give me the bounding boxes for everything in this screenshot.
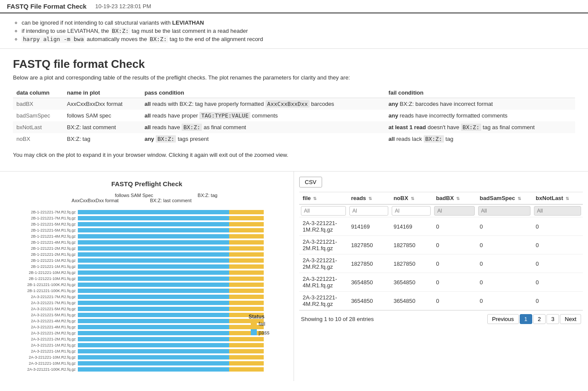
filter-file[interactable]: [301, 206, 346, 216]
col-header-fail: fail condition: [385, 88, 575, 98]
col-header-data: data column: [13, 88, 64, 98]
svg-rect-40: [78, 258, 229, 263]
page-2-button[interactable]: 2: [533, 314, 546, 324]
table-row: 2A-3-221221-4M.R1.fq.gz 3654850 3654850 …: [299, 273, 583, 292]
svg-text:pass: pass: [259, 330, 269, 336]
cell-bxNotLast: 0: [532, 254, 583, 273]
svg-rect-63: [229, 228, 264, 232]
svg-rect-72: [229, 283, 264, 287]
cell-bxNotLast: 0: [532, 273, 583, 292]
svg-rect-66: [229, 246, 264, 251]
row-col-bxNotLast: bxNotLast: [13, 121, 64, 133]
col-header-badBX[interactable]: badBX ⇅: [432, 192, 476, 205]
sort-icon-file: ⇅: [313, 196, 316, 201]
col-header-bxNotLast[interactable]: bxNotLast ⇅: [532, 192, 583, 205]
page-1-button[interactable]: 1: [520, 314, 532, 324]
svg-rect-46: [78, 295, 229, 299]
svg-rect-51: [78, 325, 229, 329]
col-header-empty: [354, 88, 385, 98]
cell-noBX: 914169: [390, 217, 432, 236]
svg-text:2B-1-221221-4M.R1.fq.gz: 2B-1-221221-4M.R1.fq.gz: [31, 240, 76, 245]
svg-rect-55: [78, 349, 229, 353]
table-row: 2A-3-221221-1M.R2.fq.gz 914169 914169 0 …: [299, 217, 583, 236]
svg-rect-48: [78, 307, 229, 311]
svg-text:AxxCxxBxxDxx format: AxxCxxBxxDxx format: [72, 198, 119, 203]
col-header-noBX[interactable]: noBX ⇅: [390, 192, 432, 205]
svg-text:2A-3-221221-4M.R2.fq.gz: 2A-3-221221-4M.R2.fq.gz: [31, 319, 76, 323]
sort-icon-noBX: ⇅: [411, 196, 414, 201]
svg-rect-58: [78, 367, 229, 372]
svg-rect-49: [78, 313, 229, 317]
svg-rect-45: [78, 289, 229, 293]
svg-text:2B-1-221221-7M.R1.fq.gz: 2B-1-221221-7M.R1.fq.gz: [31, 216, 76, 220]
preflight-chart[interactable]: follows SAM Spec BX:Z: tag AxxCxxBxxDxx …: [9, 191, 285, 372]
table-area: CSV file ⇅ reads ⇅ noBX ⇅ badBX ⇅ badSam…: [294, 172, 588, 381]
pagination: Previous 1 2 3 Next: [487, 314, 581, 324]
row-fail-badBX: any BX:Z: barcodes have incorrect format: [385, 98, 575, 110]
svg-rect-83: [229, 349, 264, 353]
svg-text:2B-1-221221-1M.R1.fq.gz: 2B-1-221221-1M.R1.fq.gz: [31, 264, 76, 269]
col-header-file[interactable]: file ⇅: [299, 192, 348, 205]
filter-badSamSpec[interactable]: [478, 206, 531, 216]
svg-text:2A-3-221221-10M.R2.fq.gz: 2A-3-221221-10M.R2.fq.gz: [29, 355, 76, 359]
prev-button[interactable]: Previous: [487, 314, 519, 324]
row-col-badBX: badBX: [13, 98, 64, 110]
col-header-reads[interactable]: reads ⇅: [348, 192, 390, 205]
csv-button[interactable]: CSV: [299, 177, 322, 188]
svg-text:2A-3-221221-1M.R1.fq.gz: 2A-3-221221-1M.R1.fq.gz: [31, 349, 76, 353]
svg-text:2B-1-221221-7M.R2.fq.gz: 2B-1-221221-7M.R2.fq.gz: [31, 210, 76, 214]
cell-file: 2A-3-221221-2M.R2.fq.gz: [299, 254, 348, 273]
svg-rect-69: [229, 264, 264, 269]
row-col-badSamSpec: badSamSpec: [13, 110, 64, 121]
note-item-2: if intending to use LEVIATHAN, the BX:Z:…: [22, 28, 575, 34]
svg-text:2B-1-221221-2M.R2.fq.gz: 2B-1-221221-2M.R2.fq.gz: [31, 246, 76, 251]
main-content: FASTQ file format Check Below are a plot…: [0, 49, 588, 167]
cell-badSamSpec: 0: [476, 292, 533, 310]
cell-reads: 3654850: [348, 273, 390, 292]
cell-badSamSpec: 0: [476, 217, 533, 236]
filter-noBX[interactable]: [392, 206, 431, 216]
svg-rect-42: [78, 270, 229, 275]
row-pass-noBX: any BX:Z: tags present: [141, 133, 385, 145]
svg-rect-88: [251, 321, 257, 327]
svg-text:2B-1-221221-10M.R2.fq.gz: 2B-1-221221-10M.R2.fq.gz: [29, 270, 76, 275]
svg-text:2B-1-221221-5M.R1.fq.gz: 2B-1-221221-5M.R1.fq.gz: [31, 228, 76, 232]
svg-text:2B-1-221221-4M.R2.fq.gz: 2B-1-221221-4M.R2.fq.gz: [31, 234, 76, 238]
svg-text:2A-3-221221-2M.R2.fq.gz: 2A-3-221221-2M.R2.fq.gz: [31, 331, 76, 335]
next-button[interactable]: Next: [560, 314, 581, 324]
svg-rect-84: [229, 355, 264, 359]
svg-rect-60: [229, 210, 264, 214]
svg-text:Status: Status: [249, 314, 265, 320]
filter-bxNotLast[interactable]: [534, 206, 581, 216]
svg-text:2B-1-221221-2M.R1.fq.gz: 2B-1-221221-2M.R1.fq.gz: [31, 252, 76, 257]
svg-text:2A-3-221221-1M.R2.fq.gz: 2A-3-221221-1M.R2.fq.gz: [31, 343, 76, 347]
row-plot-badSamSpec: follows SAM spec: [64, 110, 141, 121]
svg-rect-67: [229, 252, 264, 257]
top-header: FASTQ File Format Check 10-19-23 12:28:0…: [0, 0, 588, 13]
cell-bxNotLast: 0: [532, 236, 583, 254]
svg-rect-52: [78, 331, 229, 335]
row-fail-badSamSpec: any reads have incorrectly formatted com…: [385, 110, 575, 121]
note-item-3: harpy align -m bwa automatically moves t…: [22, 36, 575, 42]
svg-rect-76: [229, 307, 264, 311]
filter-badBX[interactable]: [434, 206, 474, 216]
svg-text:2A-3-221221-2M.R1.fq.gz: 2A-3-221221-2M.R1.fq.gz: [31, 337, 76, 341]
table-row: bxNotLast BX:Z: last comment all reads h…: [13, 121, 575, 133]
svg-text:2B-1-221221-1M.R2.fq.gz: 2B-1-221221-1M.R2.fq.gz: [31, 258, 76, 263]
filter-reads[interactable]: [349, 206, 388, 216]
col-header-badSamSpec[interactable]: badSamSpec ⇅: [476, 192, 533, 205]
cell-badBX: 0: [432, 217, 476, 236]
svg-text:2A-3-221221-5M.R2.fq.gz: 2A-3-221221-5M.R2.fq.gz: [31, 307, 76, 311]
cell-badBX: 0: [432, 254, 476, 273]
cell-noBX: 3654850: [390, 273, 432, 292]
svg-rect-53: [78, 337, 229, 341]
svg-text:2B-1-221221-10M.R1.fq.gz: 2B-1-221221-10M.R1.fq.gz: [29, 277, 76, 281]
sort-icon-badBX: ⇅: [456, 196, 460, 201]
cell-badBX: 0: [432, 273, 476, 292]
svg-rect-71: [229, 277, 264, 281]
row-pass-badSamSpec: all reads have proper TAG:TYPE:VALUE com…: [141, 110, 385, 121]
page-3-button[interactable]: 3: [546, 314, 559, 324]
row-col-noBX: noBX: [13, 133, 64, 145]
chart-area[interactable]: FASTQ Preflight Check follows SAM Spec B…: [0, 172, 294, 381]
showing-count: Showing 1 to 10 of 28 entries: [301, 316, 374, 322]
